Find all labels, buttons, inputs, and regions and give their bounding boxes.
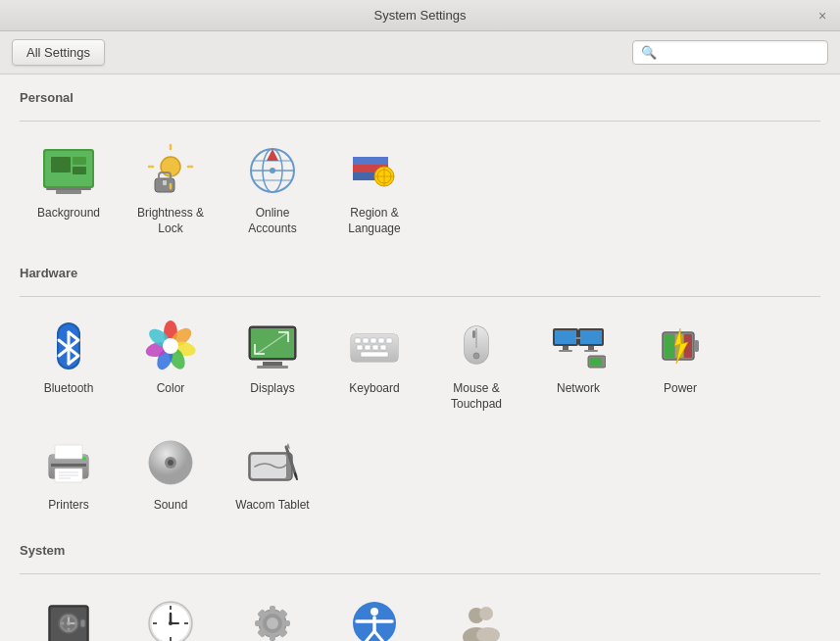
setting-details[interactable]: Details bbox=[223, 586, 321, 641]
svg-point-43 bbox=[163, 338, 178, 354]
region-language-icon bbox=[347, 143, 402, 198]
search-icon: 🔍 bbox=[641, 45, 657, 60]
svg-rect-90 bbox=[51, 464, 86, 467]
system-section: System bbox=[20, 543, 820, 641]
svg-point-106 bbox=[68, 627, 71, 630]
online-accounts-label: Online Accounts bbox=[231, 206, 314, 236]
svg-rect-60 bbox=[361, 352, 388, 357]
setting-date-time[interactable]: Date & Time bbox=[122, 586, 220, 641]
svg-rect-52 bbox=[363, 338, 369, 343]
svg-rect-80 bbox=[665, 334, 674, 358]
svg-rect-57 bbox=[365, 345, 371, 350]
svg-point-95 bbox=[168, 460, 173, 466]
region-language-label: Region & Language bbox=[333, 206, 416, 236]
svg-rect-127 bbox=[282, 620, 290, 626]
displays-icon bbox=[245, 319, 300, 373]
setting-background[interactable]: Background bbox=[20, 133, 118, 246]
setting-keyboard[interactable]: Keyboard bbox=[325, 309, 423, 421]
svg-rect-58 bbox=[372, 345, 378, 350]
svg-rect-85 bbox=[55, 445, 82, 459]
svg-point-20 bbox=[270, 168, 275, 173]
system-divider bbox=[20, 573, 820, 574]
hardware-divider bbox=[20, 296, 820, 297]
svg-rect-79 bbox=[694, 340, 699, 352]
svg-rect-2 bbox=[51, 157, 71, 173]
wacom-tablet-icon bbox=[245, 435, 300, 490]
svg-rect-67 bbox=[555, 330, 576, 344]
background-label: Background bbox=[37, 206, 100, 222]
brightness-lock-label: Brightness & Lock bbox=[129, 206, 212, 236]
all-settings-button[interactable]: All Settings bbox=[12, 39, 105, 66]
close-button[interactable]: × bbox=[815, 8, 830, 24]
sound-label: Sound bbox=[154, 498, 188, 514]
keyboard-icon bbox=[347, 319, 402, 373]
svg-rect-3 bbox=[73, 157, 86, 165]
svg-rect-73 bbox=[584, 350, 598, 352]
user-accounts-icon bbox=[449, 596, 504, 641]
svg-rect-124 bbox=[270, 606, 275, 614]
svg-rect-71 bbox=[580, 330, 602, 344]
svg-point-132 bbox=[267, 617, 278, 629]
displays-label: Displays bbox=[250, 381, 294, 397]
svg-rect-77 bbox=[590, 358, 602, 366]
hardware-items-grid: Bluetooth bbox=[20, 309, 820, 523]
setting-color[interactable]: Color bbox=[122, 309, 220, 421]
setting-region-language[interactable]: Region & Language bbox=[325, 133, 423, 246]
setting-backups[interactable]: Backups bbox=[20, 586, 118, 641]
details-icon bbox=[245, 596, 300, 641]
date-time-icon bbox=[143, 596, 198, 641]
setting-network[interactable]: Network bbox=[529, 309, 627, 421]
printers-icon bbox=[41, 435, 96, 490]
svg-rect-68 bbox=[563, 346, 568, 350]
svg-rect-46 bbox=[263, 362, 282, 366]
setting-wacom-tablet[interactable]: Wacom Tablet bbox=[223, 425, 321, 523]
power-icon bbox=[653, 319, 708, 373]
setting-brightness-lock[interactable]: Brightness & Lock bbox=[122, 133, 220, 246]
setting-online-accounts[interactable]: Online Accounts bbox=[223, 133, 321, 246]
color-icon bbox=[143, 319, 198, 373]
toolbar: All Settings 🔍 bbox=[0, 31, 840, 74]
power-label: Power bbox=[664, 381, 697, 397]
svg-point-65 bbox=[473, 353, 479, 359]
svg-rect-55 bbox=[386, 338, 392, 343]
search-input[interactable] bbox=[661, 45, 825, 60]
svg-rect-5 bbox=[56, 190, 81, 194]
personal-items-grid: Background bbox=[20, 133, 820, 246]
svg-rect-4 bbox=[73, 167, 86, 174]
wacom-tablet-label: Wacom Tablet bbox=[235, 498, 309, 514]
color-label: Color bbox=[157, 381, 185, 397]
svg-point-134 bbox=[371, 608, 378, 616]
setting-displays[interactable]: Displays bbox=[223, 309, 321, 421]
network-icon bbox=[551, 319, 606, 373]
brightness-lock-icon bbox=[143, 143, 198, 198]
titlebar: System Settings × bbox=[0, 0, 840, 31]
svg-rect-47 bbox=[257, 366, 288, 369]
setting-power[interactable]: Power bbox=[631, 309, 729, 421]
svg-point-141 bbox=[479, 607, 493, 620]
setting-mouse-touchpad[interactable]: Mouse & Touchpad bbox=[427, 309, 525, 421]
keyboard-label: Keyboard bbox=[349, 381, 399, 397]
svg-point-107 bbox=[62, 621, 65, 624]
universal-access-icon bbox=[347, 596, 402, 641]
svg-rect-51 bbox=[355, 338, 361, 343]
personal-section-title: Personal bbox=[20, 90, 820, 109]
content-area: Personal Back bbox=[0, 74, 840, 641]
hardware-section: Hardware Blue bbox=[20, 266, 820, 523]
svg-rect-54 bbox=[378, 338, 384, 343]
setting-printers[interactable]: Printers bbox=[20, 425, 118, 523]
hardware-section-title: Hardware bbox=[20, 266, 820, 284]
system-items-grid: Backups bbox=[20, 586, 820, 641]
printers-label: Printers bbox=[48, 498, 88, 514]
svg-rect-125 bbox=[270, 633, 275, 641]
setting-sound[interactable]: Sound bbox=[122, 425, 220, 523]
svg-rect-23 bbox=[353, 157, 388, 165]
system-settings-window: System Settings × All Settings 🔍 Persona… bbox=[0, 0, 840, 641]
svg-rect-53 bbox=[371, 338, 376, 343]
setting-universal-access[interactable]: Universal Access bbox=[325, 586, 423, 641]
svg-rect-69 bbox=[559, 350, 572, 352]
svg-point-121 bbox=[169, 621, 173, 625]
bluetooth-icon bbox=[41, 319, 96, 373]
setting-user-accounts[interactable]: User Accounts bbox=[427, 586, 525, 641]
setting-bluetooth[interactable]: Bluetooth bbox=[20, 309, 118, 421]
window-title: System Settings bbox=[374, 8, 467, 23]
